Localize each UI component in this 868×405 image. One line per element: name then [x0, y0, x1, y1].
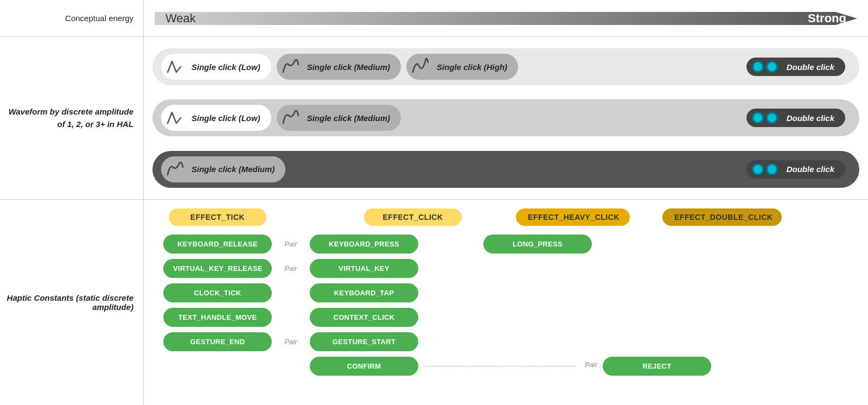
context-click-btn[interactable]: CONTEXT_CLICK: [310, 308, 418, 327]
haptic-row-4: TEXT_HANDLE_MOVE CONTEXT_CLICK: [152, 308, 859, 327]
waveform-pill-low-2: Single click (Low): [161, 105, 271, 131]
haptic-constants-label: Haptic Constants (static discrete amplit…: [0, 200, 143, 405]
long-press-btn[interactable]: LONG_PRESS: [483, 235, 592, 254]
wave-low-icon-2: [167, 108, 186, 128]
double-click-icon-3: [752, 163, 778, 175]
haptic-row-6: CONFIRM Pair REJECT: [152, 357, 859, 376]
waveform-pill-medium-2: Single click (Medium): [277, 105, 401, 131]
effect-tick-badge: EFFECT_TICK: [169, 208, 266, 226]
confirm-btn[interactable]: CONFIRM: [310, 357, 418, 376]
haptic-row-5: GESTURE_END Pair GESTURE_START: [152, 332, 859, 351]
virtual-key-btn[interactable]: VIRTUAL_KEY: [310, 259, 418, 278]
gesture-start-btn[interactable]: GESTURE_START: [310, 332, 418, 351]
waveform-pill-medium-1: Single click (Medium): [277, 54, 401, 80]
conceptual-energy-label: Conceptual energy: [0, 0, 143, 37]
confirm-pair-connector: Pair: [418, 366, 603, 366]
pair-label-confirm: Pair: [585, 360, 597, 369]
double-click-icon-2: [752, 112, 778, 124]
effect-heavy-click-badge: EFFECT_HEAVY_CLICK: [516, 208, 630, 226]
wave-medium-icon-1: [282, 57, 302, 77]
energy-weak-label: Weak: [165, 11, 196, 26]
energy-arrow-svg: [155, 8, 857, 29]
pair-label-5: Pair: [272, 338, 310, 346]
text-handle-move-btn[interactable]: TEXT_HANDLE_MOVE: [163, 308, 272, 327]
waveform-pill-low-1: Single click (Low): [161, 54, 271, 80]
svg-marker-0: [155, 12, 857, 25]
label-column: Conceptual energy Waveform by discrete a…: [0, 0, 144, 405]
gesture-end-btn[interactable]: GESTURE_END: [163, 332, 272, 351]
content-column: Weak Strong Single click (Low): [144, 0, 868, 405]
keyboard-tap-btn[interactable]: KEYBOARD_TAP: [310, 283, 418, 302]
effect-double-click-badge: EFFECT_DOUBLE_CLICK: [662, 208, 782, 226]
keyboard-release-btn[interactable]: KEYBOARD_RELEASE: [163, 235, 272, 254]
haptic-buttons-area: KEYBOARD_RELEASE Pair KEYBOARD_PRESS LON…: [152, 232, 859, 401]
haptic-row-2: VIRTUAL_KEY_RELEASE Pair VIRTUAL_KEY: [152, 259, 859, 278]
waveform-strip-3: Single click (Medium) Double click: [152, 151, 859, 188]
haptic-row-1: KEYBOARD_RELEASE Pair KEYBOARD_PRESS LON…: [152, 235, 859, 254]
energy-strong-label: Strong: [808, 11, 846, 26]
waveform-pill-double-3: Double click: [746, 160, 845, 179]
waveform-label: Waveform by discrete amplitude of 1, 2, …: [0, 37, 143, 200]
effect-click-badge: EFFECT_CLICK: [364, 208, 462, 226]
virtual-key-release-btn[interactable]: VIRTUAL_KEY_RELEASE: [163, 259, 272, 278]
pair-label-2: Pair: [272, 264, 310, 273]
wave-low-icon-1: [167, 57, 186, 77]
clock-tick-btn[interactable]: CLOCK_TICK: [163, 283, 272, 302]
haptic-row-3: CLOCK_TICK KEYBOARD_TAP: [152, 283, 859, 302]
wave-medium-icon-2: [282, 108, 302, 128]
keyboard-press-btn[interactable]: KEYBOARD_PRESS: [310, 235, 418, 254]
waveform-pill-high-1: Single click (High): [406, 54, 518, 80]
waveform-pill-double-2: Double click: [746, 109, 845, 127]
waveform-pill-double-1: Double click: [746, 58, 845, 76]
waveform-row: Single click (Low) Single click (Medium)…: [144, 37, 868, 200]
wave-high-icon-1: [412, 57, 431, 77]
haptic-row: EFFECT_TICK EFFECT_CLICK EFFECT_HEAVY_CL…: [144, 200, 868, 405]
effect-label-row: EFFECT_TICK EFFECT_CLICK EFFECT_HEAVY_CL…: [152, 208, 859, 226]
wave-medium-icon-3: [167, 160, 186, 179]
energy-row: Weak Strong: [144, 0, 868, 37]
main-container: Conceptual energy Waveform by discrete a…: [0, 0, 868, 405]
energy-bar: Weak Strong: [155, 8, 857, 29]
waveform-pill-medium-3: Single click (Medium): [161, 156, 285, 182]
reject-btn[interactable]: REJECT: [603, 357, 711, 376]
waveform-strip-1: Single click (Low) Single click (Medium)…: [152, 48, 859, 85]
pair-label-1: Pair: [272, 240, 310, 248]
double-click-icon-1: [752, 61, 778, 73]
waveform-strip-2: Single click (Low) Single click (Medium): [152, 99, 859, 136]
